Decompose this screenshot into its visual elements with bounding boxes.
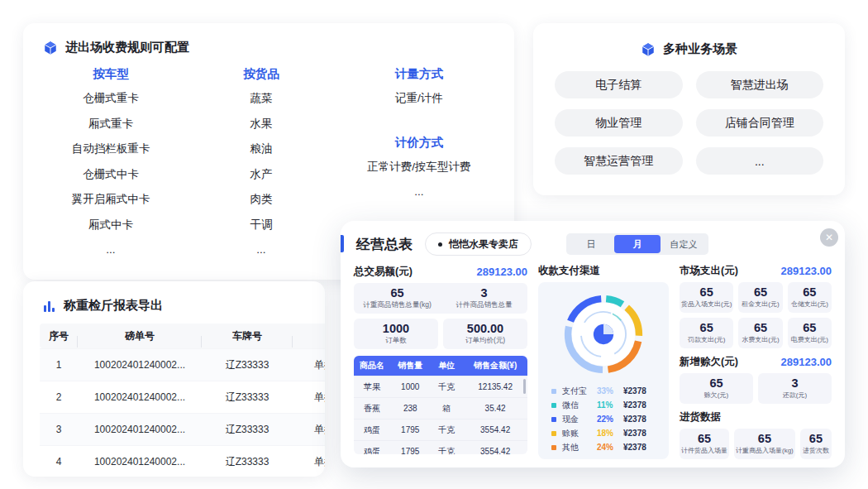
scenario-button[interactable]: 智慧运营管理: [555, 147, 683, 175]
stat-label: 进货次数: [802, 446, 830, 455]
legend-percent: 11%: [597, 400, 623, 410]
period-tab[interactable]: 自定义: [661, 235, 707, 253]
rule-item: 肉类: [198, 187, 324, 213]
store-selector[interactable]: 恺恺水果专卖店: [425, 233, 532, 256]
bar-chart-icon: [43, 300, 56, 313]
cell-bill: 100202401240002...: [78, 456, 202, 467]
product-col-unit: 单位: [430, 360, 463, 372]
market-label: 市场支出(元): [680, 264, 738, 278]
legend-row: 现金 22% ¥2378: [546, 412, 661, 426]
product-table: 商品名 销售量 单位 销售金额(¥) 苹果 1000 千克 12135.42: [354, 356, 527, 454]
cell-plate: 辽Z33333: [202, 455, 293, 469]
cell-no: 4: [40, 456, 78, 467]
cell-plate: 辽Z33333: [202, 423, 293, 437]
legend-name: 赊账: [562, 428, 597, 439]
stat-value: 65: [740, 321, 780, 335]
report-col-bill: 磅单号: [78, 329, 202, 343]
cell-amount: 35.42: [463, 404, 527, 413]
close-icon: ✕: [825, 232, 833, 243]
cell-name: 苹果: [354, 381, 390, 393]
legend-swatch: [551, 403, 556, 408]
cell-name: 鸡蛋: [354, 424, 390, 436]
column-by-goods: 按货品 蔬菜水果粮油水产肉类干调...: [198, 66, 324, 263]
payment-title-row: 收款支付渠道: [538, 264, 669, 278]
scenario-button[interactable]: 智慧进出场: [696, 71, 824, 98]
stat-label: 租金支出(元): [740, 300, 780, 309]
product-row: 苹果 1000 千克 12135.42: [354, 376, 527, 397]
scenario-button[interactable]: ...: [696, 147, 824, 175]
rule-item: 正常计费/按车型计费: [324, 155, 514, 180]
close-button[interactable]: ✕: [820, 228, 838, 247]
card-business-summary: ✕ 经营总表 恺恺水果专卖店 日月自定义 总交易额(元) 289123.00 6…: [341, 221, 845, 467]
legend-amount: ¥2378: [623, 386, 646, 396]
scenarios-header: 多种业务场景: [533, 23, 845, 57]
rule-item: 自动挡栏板重卡: [23, 137, 198, 162]
rule-item: 厢式中卡: [23, 213, 198, 238]
legend-swatch: [551, 417, 556, 422]
purchase-boxes: 65 计件货品入场量 65 计重商品入场量(kg) 65 进货次数: [680, 429, 832, 459]
stat-box: 65 罚款支出(元): [680, 318, 733, 348]
period-tab[interactable]: 日: [568, 235, 614, 253]
stat-label: 计件货品入场量: [681, 446, 727, 455]
rule-item: ...: [324, 180, 514, 205]
legend-percent: 33%: [597, 386, 623, 396]
payment-legend: 支付宝 33% ¥2378 微信 11% ¥2378: [546, 384, 661, 454]
stat-box: 65 计件货品入场量: [680, 429, 729, 459]
rule-item: 蔬菜: [198, 86, 324, 112]
cell-bill: 100202401240002...: [78, 391, 202, 403]
legend-row: 微信 11% ¥2378: [546, 398, 661, 412]
legend-row: 赊账 18% ¥2378: [546, 426, 661, 440]
payment-title: 收款支付渠道: [538, 264, 600, 278]
cell-qty: 1000: [390, 382, 430, 391]
period-tabs: 日月自定义: [566, 233, 708, 255]
rule-item: 水产: [198, 162, 324, 188]
cell-type: 单排仓栅式重卡: [293, 423, 325, 437]
stat-value: 500.00: [445, 322, 526, 336]
legend-swatch: [551, 389, 556, 394]
stat-box: 65 计重商品销售总量(kg): [354, 283, 441, 314]
cell-unit: 千克: [430, 381, 463, 393]
stat-box: 65 赊欠(元): [680, 373, 753, 404]
cell-type: 单排仓栅式重卡: [293, 391, 325, 405]
purchase-title-row: 进货数据: [680, 410, 832, 424]
stat-box: 1000 订单数: [354, 319, 438, 349]
scenario-button[interactable]: 店铺合同管理: [696, 109, 824, 137]
cell-type: 单排仓栅式重卡: [293, 455, 325, 469]
stat-value: 1000: [355, 322, 436, 336]
cell-unit: 千克: [430, 446, 463, 455]
card-weigh-report: 称重检斤报表导出 序号 磅单号 车牌号 车型 1 100202401240002…: [23, 281, 325, 477]
stat-value: 65: [355, 286, 439, 300]
cell-bill: 100202401240002...: [78, 359, 202, 371]
scenarios-grid: 电子结算智慧进出场物业管理店铺合同管理智慧运营管理...: [533, 57, 845, 175]
product-row: 香蕉 238 箱 35.42: [354, 397, 527, 419]
credit-boxes: 65 赊欠(元) 3 还款(元): [680, 373, 832, 404]
purchase-label: 进货数据: [680, 410, 721, 424]
legend-name: 微信: [562, 400, 597, 411]
rule-item: 仓栅式中卡: [23, 162, 198, 188]
total-row: 总交易额(元) 289123.00: [354, 264, 527, 279]
stat-label: 水费支出(元): [740, 335, 780, 344]
stat-label: 还款(元): [760, 391, 830, 400]
period-tab[interactable]: 月: [614, 235, 661, 253]
scenario-button[interactable]: 电子结算: [555, 71, 683, 98]
stat-value: 65: [789, 321, 830, 335]
credit-label: 新增赊欠(元): [680, 355, 738, 369]
report-row: 3 100202401240002... 辽Z33333 单排仓栅式重卡: [40, 413, 325, 445]
cell-unit: 千克: [430, 424, 463, 436]
stat-box: 65 计重商品入场量(kg): [734, 429, 795, 459]
stat-label: 仓储支出(元): [789, 300, 830, 309]
stat-box: 65 货品入场支出(元): [680, 282, 733, 313]
report-col-no: 序号: [40, 329, 78, 343]
cell-no: 1: [40, 359, 78, 371]
product-col-amount: 销售金额(¥): [463, 360, 527, 372]
stat-box: 65 租金支出(元): [738, 282, 782, 313]
stat-value: 3: [442, 286, 526, 300]
scenario-button[interactable]: 物业管理: [555, 109, 683, 137]
summary-right-column: 市场支出(元) 289123.00 65 货品入场支出(元) 65 租金支出(元…: [680, 264, 832, 454]
product-col-name: 商品名: [354, 360, 390, 372]
cell-plate: 辽Z33333: [202, 358, 293, 372]
report-col-plate: 车牌号: [202, 329, 293, 343]
table-scrollbar[interactable]: [523, 379, 526, 394]
summary-title: 经营总表: [356, 235, 413, 254]
cell-amount: 12135.42: [463, 382, 527, 391]
